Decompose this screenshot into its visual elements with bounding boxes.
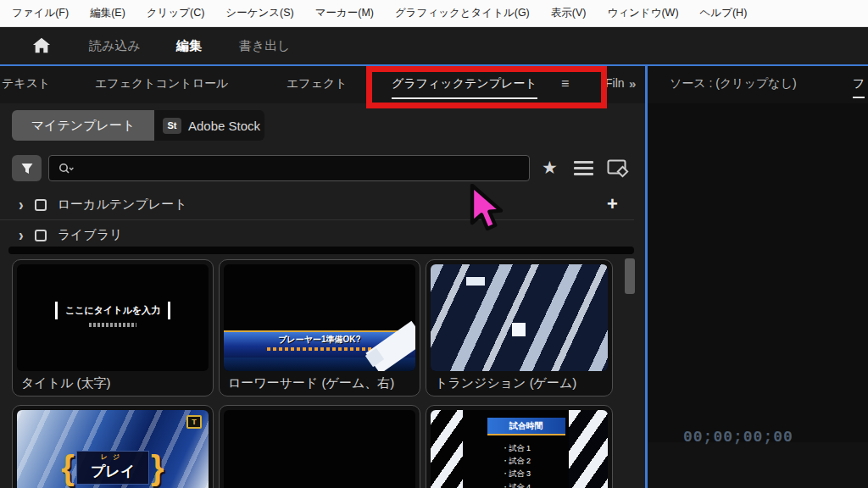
menu-edit[interactable]: 編集(E) bbox=[90, 6, 125, 20]
template-name: タイトル (太字) bbox=[21, 375, 111, 391]
menu-window[interactable]: ウィンドウ(W) bbox=[607, 6, 678, 20]
divider bbox=[0, 219, 634, 220]
source-monitor-viewport bbox=[648, 103, 868, 442]
workspace-bar: 読み込み 編集 書き出し bbox=[0, 27, 868, 64]
tree-item-label: ローカルテンプレート bbox=[58, 197, 187, 213]
workspace-tab-edit[interactable]: 編集 bbox=[176, 38, 202, 54]
menu-view[interactable]: 表示(V) bbox=[551, 6, 587, 20]
template-thumbnail: { レジ プレイ } T bbox=[17, 410, 209, 488]
search-input[interactable] bbox=[76, 162, 483, 175]
template-type-icon bbox=[35, 230, 47, 241]
my-templates-toggle[interactable]: マイテンプレート bbox=[12, 110, 154, 141]
tab-overflow-icon[interactable]: » bbox=[629, 76, 636, 91]
menu-sequence[interactable]: シーケンス(S) bbox=[225, 6, 293, 20]
gold-bracket: } bbox=[151, 452, 164, 483]
diagonal-stripes bbox=[431, 264, 608, 371]
vertical-scrollbar[interactable] bbox=[625, 258, 635, 294]
match-list: ・試合 1 ・試合 2 ・試合 3 ・試合 4 bbox=[502, 442, 531, 488]
tree-item-label: ライブラリ bbox=[58, 227, 123, 243]
thumb-small-text: レジ bbox=[91, 452, 135, 462]
panel-tab-bar: テキスト エフェクトコントロール エフェクト グラフィックテンプレート ≡ Fi… bbox=[0, 66, 645, 103]
tab-effect-controls[interactable]: エフェクトコントロール bbox=[95, 76, 228, 92]
tab-source[interactable]: ソース : (クリップなし) bbox=[670, 76, 797, 92]
tab-text[interactable]: テキスト bbox=[2, 76, 50, 92]
favorites-star-icon[interactable]: ★ bbox=[542, 158, 558, 178]
template-thumbnail: 試合時間 ・試合 1 ・試合 2 ・試合 3 ・試合 4 bbox=[431, 410, 608, 488]
tree-item-local-templates[interactable]: › ローカルテンプレート bbox=[0, 191, 634, 218]
graphic-templates-panel: テキスト エフェクトコントロール エフェクト グラフィックテンプレート ≡ Fi… bbox=[0, 66, 645, 488]
thumb-subtitle-deco bbox=[267, 347, 372, 351]
template-thumbnail bbox=[431, 264, 608, 371]
tab-program-truncated[interactable]: フ bbox=[853, 76, 865, 98]
template-type-icon bbox=[35, 199, 47, 211]
gold-bracket: { bbox=[61, 452, 75, 483]
template-thumbnail: ここにタイトルを入力 bbox=[17, 264, 209, 371]
my-templates-label: マイテンプレート bbox=[31, 118, 135, 134]
search-box[interactable] bbox=[48, 155, 530, 181]
workspace-tab-export[interactable]: 書き出し bbox=[239, 38, 291, 54]
template-name: ローワーサード (ゲーム、右) bbox=[228, 375, 394, 391]
workspace-tab-import[interactable]: 読み込み bbox=[89, 38, 141, 54]
thumb-subtitle-deco bbox=[89, 323, 136, 327]
menu-marker[interactable]: マーカー(M) bbox=[315, 6, 374, 20]
source-timecode[interactable]: 00;00;00;00 bbox=[683, 429, 793, 446]
deco-square bbox=[466, 277, 485, 286]
filter-button[interactable] bbox=[12, 155, 42, 181]
adobe-stock-toggle[interactable]: St Adobe Stock bbox=[154, 110, 264, 141]
source-monitor-panel: ソース : (クリップなし) フ 00;00;00;00 bbox=[648, 66, 868, 488]
template-card-gold-box[interactable] bbox=[219, 405, 420, 488]
home-icon[interactable] bbox=[32, 36, 51, 55]
diagonal-shape bbox=[431, 410, 463, 488]
menu-help[interactable]: ヘルプ(H) bbox=[700, 6, 748, 20]
tab-graphic-templates[interactable]: グラフィックテンプレート bbox=[392, 76, 537, 99]
template-card-play-ribbon[interactable]: { レジ プレイ } T bbox=[12, 405, 214, 488]
template-card-match-time[interactable]: 試合時間 ・試合 1 ・試合 2 ・試合 3 ・試合 4 bbox=[426, 405, 613, 488]
deco-square bbox=[512, 323, 526, 336]
menu-clip[interactable]: クリップ(C) bbox=[147, 6, 205, 20]
funnel-icon bbox=[20, 162, 34, 175]
horizontal-scrollbar[interactable] bbox=[8, 247, 634, 254]
menu-graphics-titles[interactable]: グラフィックとタイトル(G) bbox=[395, 6, 530, 20]
list-view-icon[interactable] bbox=[574, 161, 593, 179]
template-thumbnail: プレーヤー1準備OK? bbox=[224, 264, 415, 371]
template-card-lower-third-game[interactable]: プレーヤー1準備OK? ローワーサード (ゲーム、右) bbox=[219, 259, 420, 396]
tab-effects[interactable]: エフェクト bbox=[287, 76, 348, 92]
template-thumbnail bbox=[224, 410, 415, 488]
chevron-right-icon[interactable]: › bbox=[19, 225, 24, 246]
thumb-title-text: 試合時間 bbox=[487, 418, 565, 435]
menu-file[interactable]: ファイル(F) bbox=[12, 6, 69, 20]
adobe-stock-label: Adobe Stock bbox=[188, 119, 260, 133]
template-name: トランジション (ゲーム) bbox=[435, 375, 576, 391]
template-card-transition-game[interactable]: トランジション (ゲーム) bbox=[426, 259, 613, 396]
title-box: レジ プレイ bbox=[76, 451, 149, 485]
premiere-pro-window: ファイル(F) 編集(E) クリップ(C) シーケンス(S) マーカー(M) グ… bbox=[0, 0, 868, 488]
menu-bar: ファイル(F) 編集(E) クリップ(C) シーケンス(S) マーカー(M) グ… bbox=[0, 0, 868, 27]
chevron-right-icon[interactable]: › bbox=[19, 195, 24, 215]
search-icon bbox=[58, 162, 75, 175]
thumb-title-text: プレイ bbox=[91, 462, 135, 481]
add-template-button[interactable]: + bbox=[607, 193, 618, 215]
panel-menu-icon[interactable]: ≡ bbox=[561, 76, 569, 92]
template-card-title-bold[interactable]: ここにタイトルを入力 タイトル (太字) bbox=[12, 259, 214, 396]
thumb-title-text: ここにタイトルを入力 bbox=[55, 302, 170, 319]
tree-item-libraries[interactable]: › ライブラリ bbox=[0, 222, 634, 248]
diagonal-shape bbox=[569, 410, 608, 488]
tab-truncated[interactable]: Filn bbox=[605, 76, 625, 90]
new-item-icon[interactable] bbox=[607, 159, 629, 178]
stock-icon: St bbox=[163, 118, 181, 134]
mogrt-text-badge-icon: T bbox=[186, 415, 202, 429]
